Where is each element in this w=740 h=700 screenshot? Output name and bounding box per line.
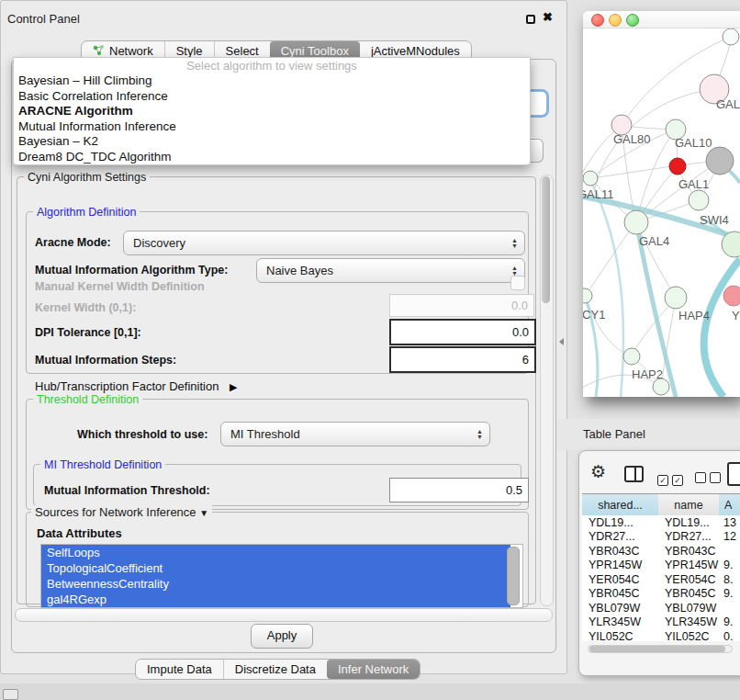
algorithm-option[interactable]: Dream8 DC_TDC Algorithm <box>14 150 530 165</box>
table-row[interactable]: YLR345WYLR345W9. <box>582 615 740 630</box>
manual-kernel-checkbox[interactable] <box>510 276 525 290</box>
list-item[interactable]: TopologicalCoefficient <box>41 560 510 576</box>
table-cell[interactable]: YBR043C <box>582 545 658 558</box>
list-item[interactable]: gal4RGexp <box>41 592 510 607</box>
table-cell[interactable]: 8. <box>719 573 740 586</box>
column-header-partial[interactable]: A <box>719 493 740 517</box>
table-cell[interactable]: 9. <box>719 615 740 628</box>
algorithm-option[interactable]: Mutual Information Inference <box>14 119 530 135</box>
table-cell[interactable]: 9. <box>719 587 740 600</box>
columns-icon[interactable] <box>624 466 644 482</box>
vertical-scrollbar-thumb[interactable] <box>542 176 550 303</box>
gear-icon[interactable]: ⚙ <box>590 463 606 481</box>
network-node[interactable] <box>583 288 592 303</box>
tab-discretize-data[interactable]: Discretize Data <box>223 660 327 679</box>
network-edge[interactable] <box>583 259 598 397</box>
data-attributes-list[interactable]: SelfLoops TopologicalCoefficient Between… <box>40 544 523 608</box>
network-node[interactable] <box>689 190 709 210</box>
network-edge[interactable] <box>704 259 740 397</box>
column-header-shared-name[interactable]: shared... <box>582 493 659 517</box>
table-cell[interactable]: YIL052C <box>582 630 658 641</box>
network-window-titlebar[interactable] <box>583 11 740 28</box>
table-cell[interactable]: 13 <box>719 516 740 529</box>
network-node[interactable] <box>624 210 648 234</box>
which-threshold-select[interactable]: MI Threshold ▲▼ <box>220 422 490 446</box>
mi-type-select[interactable]: Naive Bayes ▲▼ <box>256 258 525 283</box>
table-row[interactable]: YBR043CYBR043C <box>582 544 740 559</box>
table-row[interactable]: YBR045CYBR045C9. <box>582 587 740 602</box>
table-row[interactable]: YDR27...YDR27...12 <box>582 530 740 545</box>
tab-label: Network <box>109 44 153 58</box>
network-node[interactable] <box>723 28 739 45</box>
table-row[interactable]: YPR145WYPR145W9. <box>582 559 740 573</box>
algorithm-option[interactable]: Basic Correlation Inference <box>14 89 530 105</box>
table-cell[interactable]: YBL079W <box>658 602 719 615</box>
tab-infer-network[interactable]: Infer Network <box>327 660 420 679</box>
network-node[interactable] <box>706 147 734 175</box>
tab-label: Select <box>226 44 259 58</box>
list-item[interactable]: BetweennessCentrality <box>41 576 510 592</box>
table-cell[interactable]: 12 <box>719 530 740 543</box>
corner-widget-icon[interactable] <box>3 689 18 700</box>
dpi-tolerance-field[interactable] <box>389 319 536 345</box>
network-node[interactable] <box>723 286 740 306</box>
collapse-arrow-icon[interactable]: ▼ <box>199 508 208 518</box>
table-cell[interactable]: YER054C <box>582 573 658 586</box>
table-cell[interactable]: YDR27... <box>658 530 719 543</box>
algorithm-option-selected[interactable]: ARACNE Algorithm <box>14 104 530 119</box>
table-cell[interactable]: YLR345W <box>582 615 658 628</box>
table-cell[interactable]: YIL052C <box>658 630 719 641</box>
table-cell[interactable]: YBL079W <box>582 602 658 615</box>
horizontal-scrollbar[interactable] <box>15 608 553 622</box>
list-scrollbar[interactable] <box>507 547 520 605</box>
network-node[interactable] <box>583 171 598 186</box>
close-icon[interactable]: ✖ <box>543 10 553 24</box>
column-header-name[interactable]: name <box>658 493 720 517</box>
table-cell[interactable]: YPR145W <box>582 559 658 571</box>
table-row[interactable]: YDL19...YDL19...13 <box>582 515 740 530</box>
network-node[interactable] <box>665 287 687 309</box>
sources-title[interactable]: Sources for Network Inference ▼ <box>31 505 212 519</box>
network-edge[interactable] <box>590 180 623 397</box>
table-cell[interactable]: YLR345W <box>658 615 719 628</box>
table-icon[interactable] <box>727 462 740 486</box>
list-item[interactable]: SelfLoops <box>41 545 510 560</box>
mac-close-button[interactable] <box>591 14 604 27</box>
network-canvas[interactable]: GALGAL80GAL10GAL1GAL11GAL4SWI4GCY1HAP4YH… <box>583 28 740 397</box>
table-cell[interactable]: YDL19... <box>658 516 719 529</box>
mac-minimize-button[interactable] <box>609 14 622 27</box>
table-row[interactable]: YBL079WYBL079W <box>582 601 740 615</box>
splitter-collapse-button[interactable] <box>559 338 564 345</box>
expand-arrow-icon[interactable]: ▶ <box>230 381 237 392</box>
algorithm-select-fragment[interactable] <box>529 91 547 116</box>
mi-threshold-field[interactable] <box>389 478 529 502</box>
kernel-width-field[interactable] <box>389 294 534 317</box>
table-cell[interactable]: YBR043C <box>658 545 719 558</box>
apply-button[interactable]: Apply <box>251 624 313 649</box>
table-cell[interactable]: 0. <box>719 630 740 641</box>
float-window-icon[interactable] <box>526 15 535 24</box>
table-cell[interactable]: YBR045C <box>658 587 719 600</box>
mi-steps-field[interactable] <box>389 346 536 373</box>
network-node[interactable] <box>653 378 669 395</box>
table-cell[interactable]: 9. <box>719 559 740 571</box>
aracne-mode-select[interactable]: Discovery ▲▼ <box>123 231 525 255</box>
table-cell[interactable]: YBR045C <box>582 587 658 600</box>
status-strip <box>0 683 740 700</box>
select-all-icon[interactable]: ✓✓ <box>657 470 687 487</box>
table-cell[interactable]: YDL19... <box>582 516 658 529</box>
unselect-all-icon[interactable] <box>695 470 724 487</box>
network-node[interactable] <box>623 348 640 365</box>
mac-zoom-button[interactable] <box>626 14 639 27</box>
table-row[interactable]: YER054CYER054C8. <box>582 572 740 587</box>
network-node[interactable] <box>669 158 686 175</box>
algorithm-option[interactable]: Bayesian – K2 <box>14 134 530 150</box>
table-row[interactable]: YIL052CYIL052C0. <box>582 629 740 641</box>
tab-impute-data[interactable]: Impute Data <box>136 660 223 679</box>
table-cell[interactable]: YDR27... <box>582 530 658 543</box>
table-cell[interactable]: YPR145W <box>658 559 719 571</box>
table-cell[interactable]: YER054C <box>658 573 719 586</box>
algorithm-option[interactable]: Bayesian – Hill Climbing <box>14 73 530 89</box>
hub-definition-toggle[interactable]: Hub/Transcription Factor Definition ▶ <box>35 379 237 393</box>
table-horizontal-scrollbar-thumb[interactable] <box>589 646 725 652</box>
